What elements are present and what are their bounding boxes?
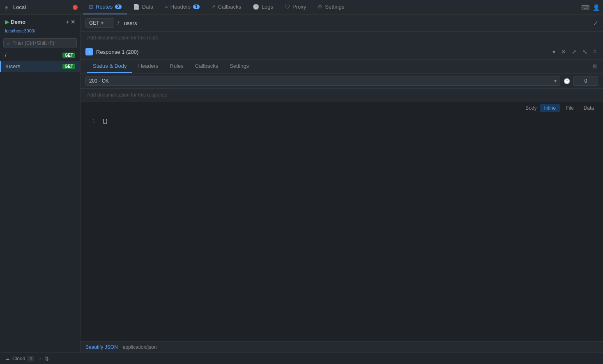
resp-tab-headers-label: Headers (138, 63, 158, 69)
code-line-1: {} (102, 118, 596, 124)
nav-tabs: ⊞ Routes 2 📄 Data ≡ Headers 1 ↗ Callback… (83, 0, 580, 14)
url-bar: GET ▾ / ⤢ (81, 15, 603, 32)
headers-icon: ≡ (165, 4, 168, 10)
filter-search-icon: ⌕ (7, 40, 10, 46)
cloud-section: ☁ Cloud 0 + ⇅ (5, 355, 49, 362)
cloud-count-badge: 0 (28, 356, 34, 362)
topbar-right: ⌨ 👤 (581, 4, 600, 11)
filter-input[interactable] (12, 40, 73, 46)
beautify-json-link[interactable]: Beautify JSON (85, 344, 118, 350)
response-close-btn[interactable]: ✕ (559, 48, 568, 56)
response-tabs: Status & Body Headers Rules Callbacks Se… (81, 60, 603, 74)
response-menu-btn[interactable]: ≡ (591, 48, 598, 56)
run-icon[interactable]: ▶ (5, 19, 9, 25)
resp-tab-settings[interactable]: Settings (224, 60, 255, 73)
status-dropdown-icon: ▾ (554, 78, 557, 84)
expand-plus-icon: + (88, 49, 90, 54)
tab-callbacks-label: Callbacks (218, 4, 241, 10)
topbar: ⊞ Local ⊞ Routes 2 📄 Data ≡ Headers 1 ↗ … (0, 0, 603, 15)
tab-logs[interactable]: 🕐 Logs (247, 0, 279, 14)
body-toolbar: Body Inline File Data (81, 101, 603, 115)
response-collapse-btn[interactable]: ⤡ (581, 48, 589, 56)
resp-tab-rules-label: Rules (170, 63, 184, 69)
tab-data[interactable]: 📄 Data (127, 0, 159, 14)
url-slash: / (117, 20, 119, 26)
tab-callbacks[interactable]: ↗ Callbacks (205, 0, 247, 14)
collapse-icon[interactable]: ✕ (71, 19, 75, 25)
close-button[interactable] (73, 5, 78, 10)
resp-tab-callbacks-label: Callbacks (195, 63, 218, 69)
app-icon: ⊞ (3, 4, 10, 11)
app-name: Local (13, 4, 26, 10)
window-controls (73, 5, 78, 10)
route-method-users: GET (62, 64, 75, 69)
response-expand-btn[interactable]: ⤢ (570, 48, 578, 56)
sidebar-host: localhost:3000/ (0, 28, 80, 37)
tab-settings[interactable]: ⚙ Settings (312, 0, 350, 14)
status-select[interactable]: 200 - OK ▾ (85, 76, 560, 86)
tab-data-label: Data (142, 4, 153, 10)
code-content[interactable]: {} (102, 118, 596, 338)
response-actions: ▾ ✕ ⤢ ⤡ ≡ (551, 48, 598, 56)
method-dropdown-icon: ▾ (101, 20, 104, 26)
copy-response-icon[interactable]: ⎘ (593, 63, 596, 70)
tab-routes[interactable]: ⊞ Routes 2 (83, 0, 127, 14)
callbacks-icon: ↗ (211, 4, 216, 10)
resp-tab-status-body-label: Status & Body (93, 63, 127, 69)
resp-tab-rules[interactable]: Rules (164, 60, 189, 73)
body-mode-data[interactable]: Data (580, 104, 598, 112)
route-path-root: / (5, 52, 7, 58)
sidebar: ▶ Demo + ✕ localhost:3000/ ⌕ / GET /user… (0, 15, 81, 352)
method-select[interactable]: GET ▾ (85, 18, 114, 28)
cloud-settings-btn[interactable]: ⇅ (44, 355, 49, 362)
response-header: + Response 1 (200) ▾ ✕ ⤢ ⤡ ≡ (81, 44, 603, 60)
body-mode-inline[interactable]: Inline (540, 104, 560, 112)
headers-badge: 1 (193, 5, 200, 9)
status-value: 200 - OK (89, 78, 109, 84)
cloud-label: Cloud (12, 356, 25, 362)
tab-settings-label: Settings (325, 4, 344, 10)
route-list: / GET /users GET (0, 50, 80, 352)
body-label: Body (525, 105, 536, 111)
delay-input[interactable] (573, 76, 598, 86)
resp-tab-status-body[interactable]: Status & Body (87, 60, 132, 73)
code-editor[interactable]: 1 {} (81, 115, 603, 341)
routes-badge: 2 (115, 5, 122, 9)
route-item-users[interactable]: /users GET (0, 61, 80, 72)
response-doc-line[interactable]: Add documentation for this response (81, 89, 603, 101)
route-item-root[interactable]: / GET (0, 50, 80, 61)
tab-headers-label: Headers (170, 4, 191, 10)
sidebar-filter-container[interactable]: ⌕ (3, 38, 77, 48)
content-area: GET ▾ / ⤢ Add documentation for this rou… (81, 15, 603, 352)
response-section: + Response 1 (200) ▾ ✕ ⤢ ⤡ ≡ Status & Bo… (81, 44, 603, 352)
route-doc-line[interactable]: Add documentation for this route (81, 32, 603, 44)
body-mode-file[interactable]: File (562, 104, 578, 112)
tab-logs-label: Logs (262, 4, 273, 10)
add-route-icon[interactable]: + (66, 19, 69, 25)
cloud-icon: ☁ (5, 356, 10, 362)
response-expand-icon[interactable]: + (85, 48, 93, 55)
sidebar-project-header: ▶ Demo + ✕ (0, 15, 80, 28)
route-path-users: /users (6, 63, 20, 69)
method-value: GET (89, 20, 99, 26)
add-cloud-btn[interactable]: + (38, 355, 41, 362)
tab-headers[interactable]: ≡ Headers 1 (159, 0, 205, 14)
url-path-input[interactable] (122, 18, 590, 28)
response-dropdown-btn[interactable]: ▾ (551, 48, 557, 56)
user-icon[interactable]: 👤 (593, 4, 600, 11)
resp-tab-callbacks[interactable]: Callbacks (189, 60, 224, 73)
tab-routes-label: Routes (96, 4, 113, 10)
terminal-icon[interactable]: ⌨ (581, 4, 589, 11)
expand-url-icon[interactable]: ⤢ (593, 20, 598, 26)
project-name: Demo (11, 19, 25, 25)
status-actions: + ⇅ (38, 355, 49, 362)
tab-proxy[interactable]: 🛡 Proxy (279, 0, 312, 14)
content-type-label: application/json (123, 344, 157, 350)
tab-proxy-label: Proxy (292, 4, 306, 10)
line-numbers: 1 (87, 118, 95, 338)
routes-icon: ⊞ (89, 4, 93, 10)
status-bar: ☁ Cloud 0 + ⇅ (0, 352, 603, 364)
clock-icon: 🕐 (564, 78, 570, 84)
resp-tab-headers[interactable]: Headers (132, 60, 164, 73)
line-num-1: 1 (87, 118, 95, 124)
